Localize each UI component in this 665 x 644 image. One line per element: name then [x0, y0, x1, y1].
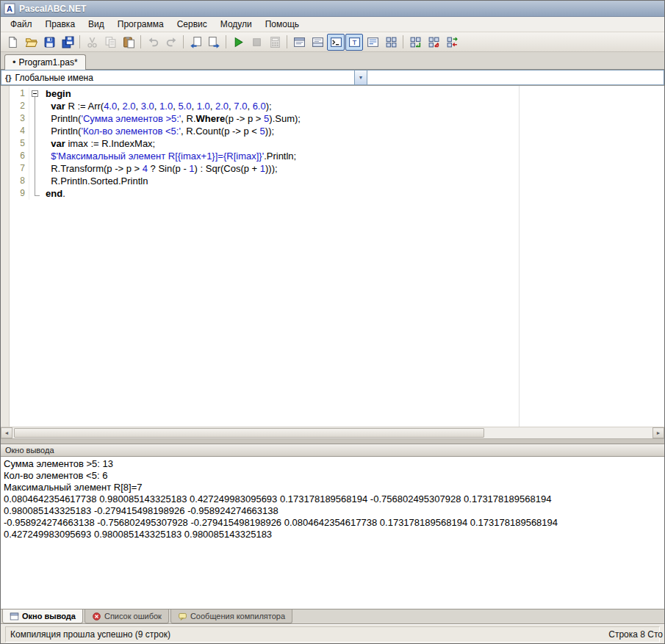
- nav-forward-icon: [208, 36, 220, 48]
- bottom-tab-label: Окно вывода: [22, 612, 76, 621]
- paste-icon: [123, 36, 135, 48]
- code-lines: 1begin2 var R := Arr(4.0, 2.0, 3.0, 1.0,…: [10, 87, 664, 200]
- stop-button[interactable]: [248, 34, 265, 51]
- code-line[interactable]: 5 var imax := R.IndexMax;: [10, 137, 664, 150]
- fold-margin: [29, 87, 41, 100]
- output-line: Максимальный элемент R[8]=7: [4, 482, 661, 493]
- line-number: 2: [10, 100, 29, 112]
- description-pane-button[interactable]: [290, 34, 308, 51]
- text-toggle-button[interactable]: T: [345, 34, 363, 51]
- undo-button[interactable]: [144, 34, 162, 51]
- chevron-down-icon: ▼: [359, 75, 364, 80]
- horizontal-scrollbar[interactable]: ◄ ►: [1, 427, 664, 438]
- menu-file[interactable]: Файл: [4, 17, 39, 32]
- bottom-tab-compiler-messages-tab[interactable]: Сообщения компилятора: [170, 609, 292, 623]
- output-pane-header: Окно вывода: [1, 444, 664, 457]
- bookmark-margin: [1, 86, 10, 427]
- code-line[interactable]: 6 $'Максимальный элемент R[{imax+1}]={R[…: [10, 150, 664, 162]
- console-toggle-icon: [330, 36, 342, 48]
- menu-modules[interactable]: Модули: [214, 17, 259, 32]
- realization-pane-button[interactable]: [364, 34, 381, 51]
- fold-margin: [29, 150, 41, 162]
- open-file-icon: [25, 36, 37, 48]
- evaluate-icon: [269, 36, 281, 48]
- cut-icon: [86, 36, 98, 48]
- code-line[interactable]: 8 R.Println.Sorted.Println: [10, 175, 664, 187]
- navigation-bar: {} Глобальные имена ▼: [1, 70, 664, 86]
- menu-edit[interactable]: Правка: [39, 17, 82, 32]
- recompile-modules-button[interactable]: [443, 34, 461, 51]
- scroll-right-button[interactable]: ►: [653, 427, 664, 438]
- fold-guide-line: [35, 137, 35, 150]
- fold-guide-line: [35, 150, 35, 162]
- code-text: Println('Сумма элементов >5:', R.Where(p…: [41, 112, 664, 125]
- toolbar-separator: [79, 35, 80, 48]
- code-line[interactable]: 1begin: [10, 87, 664, 100]
- code-line[interactable]: 3 Println('Сумма элементов >5:', R.Where…: [10, 112, 664, 125]
- line-number: 6: [10, 150, 29, 162]
- save-button[interactable]: [40, 34, 58, 51]
- toolbar-separator: [403, 35, 403, 48]
- scope-label: Глобальные имена: [15, 73, 93, 83]
- console-toggle-button[interactable]: [327, 34, 345, 51]
- scope-combo-dropdown-button[interactable]: ▼: [354, 70, 367, 84]
- output-pane-title: Окно вывода: [5, 446, 54, 455]
- bottom-tab-errors-tab[interactable]: Список ошибок: [85, 609, 169, 623]
- horizontal-splitter[interactable]: [1, 438, 664, 444]
- fold-margin: [29, 125, 41, 137]
- output-pane-button[interactable]: [309, 34, 326, 51]
- scope-combo[interactable]: {} Глобальные имена ▼: [1, 70, 367, 85]
- code-editor[interactable]: 1begin2 var R := Arr(4.0, 2.0, 3.0, 1.0,…: [1, 86, 664, 427]
- description-pane-icon: [293, 36, 306, 48]
- output-tab-icon: [10, 612, 19, 621]
- fold-guide-line: [35, 100, 35, 112]
- nav-forward-button[interactable]: [205, 34, 223, 51]
- toolbar: T: [1, 32, 664, 52]
- bottom-tab-output-tab[interactable]: Окно вывода: [2, 609, 83, 623]
- save-all-icon: [62, 36, 74, 48]
- code-text: var R := Arr(4.0, 2.0, 3.0, 1.0, 5.0, 1.…: [41, 100, 664, 112]
- tab-program1[interactable]: • Program1.pas*: [4, 54, 86, 70]
- fold-margin: [29, 112, 41, 125]
- cut-button[interactable]: [83, 34, 101, 51]
- member-combo[interactable]: [367, 70, 664, 85]
- fold-margin: [29, 187, 41, 200]
- recompile-modules-icon: [446, 36, 459, 48]
- line-number: 9: [10, 187, 29, 200]
- modules-grid-button[interactable]: [382, 34, 400, 51]
- disconnect-module-button[interactable]: [425, 34, 442, 51]
- collapse-minus-icon[interactable]: [32, 90, 38, 97]
- code-line[interactable]: 4 Println('Кол-во элементов <5:', R.Coun…: [10, 125, 664, 137]
- paste-button[interactable]: [120, 34, 137, 51]
- scrollbar-thumb[interactable]: [14, 428, 484, 438]
- evaluate-button[interactable]: [266, 34, 284, 51]
- line-number: 7: [10, 162, 29, 175]
- app-icon: A: [4, 3, 15, 15]
- open-file-button[interactable]: [22, 34, 40, 51]
- nav-back-button[interactable]: [187, 34, 204, 51]
- errors-tab-icon: [92, 612, 101, 621]
- modules-grid-icon: [385, 36, 398, 48]
- output-line: 0.427249983095693 0.980085143325183 0.98…: [4, 529, 661, 540]
- run-icon: [232, 36, 245, 48]
- run-button[interactable]: [229, 34, 247, 51]
- code-line[interactable]: 7 R.Transform(p -> p > 4 ? Sin(p - 1) : …: [10, 162, 664, 175]
- connect-module-button[interactable]: [406, 34, 424, 51]
- toolbar-separator: [140, 35, 141, 48]
- menu-service[interactable]: Сервис: [170, 17, 214, 32]
- toolbar-separator: [287, 35, 287, 48]
- menu-program[interactable]: Программа: [111, 17, 170, 32]
- code-text: $'Максимальный элемент R[{imax+1}]={R[im…: [41, 150, 664, 162]
- save-all-button[interactable]: [59, 34, 76, 51]
- copy-button[interactable]: [101, 34, 119, 51]
- code-line[interactable]: 9end.: [10, 187, 664, 200]
- menu-view[interactable]: Вид: [82, 17, 111, 32]
- titlebar[interactable]: A PascalABC.NET: [1, 1, 664, 17]
- code-line[interactable]: 2 var R := Arr(4.0, 2.0, 3.0, 1.0, 5.0, …: [10, 100, 664, 112]
- new-file-button[interactable]: [4, 34, 21, 51]
- code-text: R.Transform(p -> p > 4 ? Sin(p - 1) : Sq…: [41, 162, 664, 175]
- menu-help[interactable]: Помощь: [259, 17, 306, 32]
- redo-button[interactable]: [162, 34, 180, 51]
- text-toggle-icon: T: [348, 36, 361, 48]
- scroll-left-button[interactable]: ◄: [1, 427, 12, 438]
